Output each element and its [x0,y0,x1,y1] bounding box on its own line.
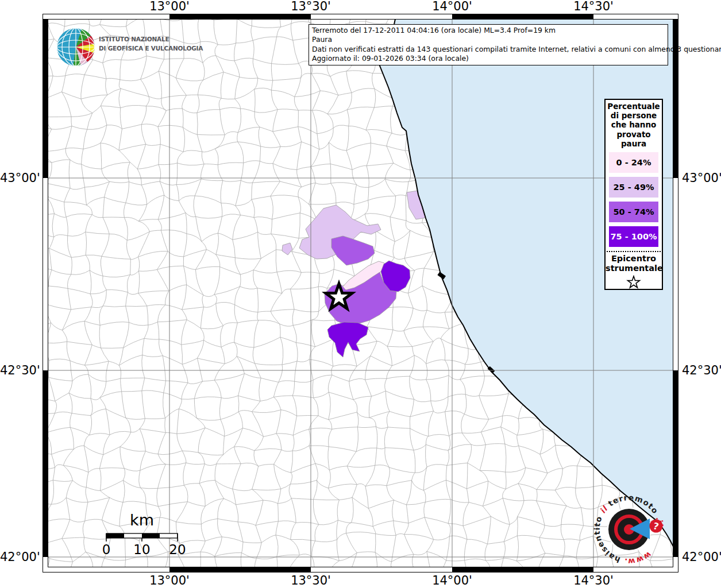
ingv-line2: DI GEOFISICA E VULCANOLOGIA [99,44,203,53]
legend-epicenter-label2: strumentale [606,264,662,273]
legend-swatch-75-100: 75 - 100% [609,226,658,247]
lat-label-right-0: 43°00' [682,171,721,185]
legend-title-line: di persone [606,111,662,120]
lon-label-top-1: 13°30' [291,0,331,13]
info-line-updated: Aggiornato il: 09-01-2026 03:34 (ora loc… [312,54,665,63]
legend-title-line: che hanno [606,120,662,129]
legend-star-icon [626,275,641,289]
lon-label-bottom-1: 13°30' [291,574,331,587]
legend-swatch-50-74: 50 - 74% [609,202,658,222]
legend: Percentuale di persone che hanno provato… [604,99,663,290]
ingv-line1: ISTITUTO NAZIONALE [99,35,203,44]
legend-epicenter-label: Epicentro [606,254,662,264]
info-line-map-type: Paura [312,35,665,44]
legend-divider [607,251,661,252]
info-line-event: Terremoto del 17-12-2011 04:04:16 (ora l… [312,26,665,35]
ingv-wordmark: ISTITUTO NAZIONALE DI GEOFISICA E VULCAN… [99,35,203,53]
lon-label-top-0: 13°00' [149,0,190,13]
lat-label-left-2: 42°00' [0,550,39,564]
earthquake-info-box: Terremoto del 17-12-2011 04:04:16 (ora l… [309,24,668,65]
scale-tick-10: 10 [133,542,150,557]
lon-label-bottom-2: 14°00' [432,574,472,587]
lat-label-left-1: 42°30' [0,363,39,377]
legend-swatch-25-49: 25 - 49% [609,177,658,198]
lon-label-bottom-0: 13°00' [149,574,190,587]
lon-label-bottom-3: 14°30' [573,574,614,587]
legend-title-line: provato [606,130,662,139]
earthquake-felt-map: ? www. haisentito il terremoto .it 13°00… [0,0,721,588]
lon-label-top-3: 14°30' [573,0,614,13]
map-canvas: ? www. haisentito il terremoto .it [0,0,721,588]
lon-label-top-2: 14°00' [432,0,472,13]
legend-swatch-0-24: 0 - 24% [609,152,658,173]
lat-label-left-0: 43°00' [0,171,39,185]
lat-label-right-1: 42°30' [682,363,721,377]
scale-tick-0: 0 [102,542,111,557]
info-line-data-note: Dati non verificati estratti da 143 ques… [312,45,665,54]
legend-title-line: paura [606,139,662,148]
legend-title-line: Percentuale [606,102,662,111]
lat-label-right-2: 42°00' [682,550,721,564]
ingv-globe-logo [57,28,95,66]
scale-tick-20: 20 [169,542,186,557]
scale-unit-label: km [130,511,154,529]
